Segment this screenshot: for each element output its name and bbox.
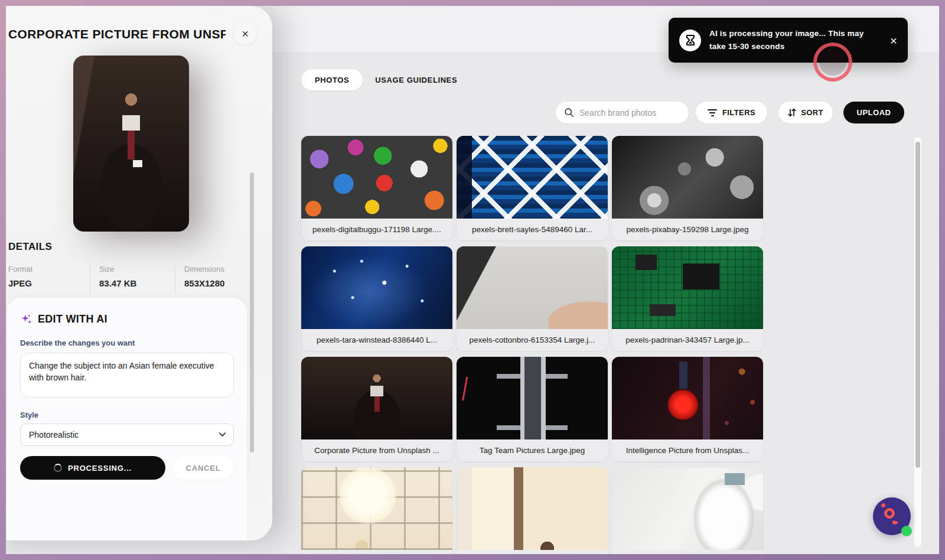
style-select[interactable]: Photorealistic [20, 424, 234, 446]
sparkles-icon [20, 313, 32, 325]
photo-filename: pexels-brett-sayles-5489460 Lar... [457, 219, 608, 240]
photo-thumbnail-colorful-gears[interactable] [301, 136, 452, 219]
app-viewport: PHOTOS USAGE GUIDELINES FILTERS SORT UPL… [6, 6, 939, 554]
search-box[interactable] [556, 102, 689, 123]
photo-thumbnail-white-robot[interactable] [612, 467, 763, 550]
photo-card[interactable]: pexels-digitalbuggu-171198 Large.... [301, 136, 452, 240]
photo-thumbnail-robot-hand[interactable] [457, 246, 608, 329]
photo-filename [457, 550, 608, 554]
photo-filename: pexels-digitalbuggu-171198 Large.... [301, 219, 452, 240]
drawer-title: CORPORATE PICTURE FROM UNSP... [8, 27, 226, 41]
upload-button[interactable]: UPLOAD [843, 102, 904, 123]
photo-card[interactable]: pexels-tara-winstead-8386440 L... [301, 246, 452, 351]
photo-grid: pexels-digitalbuggu-171198 Large.... pex… [301, 136, 763, 554]
detail-format: Format JPEG [8, 265, 32, 288]
photo-thumbnail-red-bulb[interactable] [612, 357, 763, 439]
photo-filename: pexels-padrinan-343457 Large.jp... [612, 329, 763, 351]
photo-thumbnail-blue-filter[interactable] [457, 136, 608, 219]
image-detail-drawer: CORPORATE PICTURE FROM UNSP... × DETAILS… [6, 6, 272, 541]
close-icon[interactable]: × [234, 22, 256, 45]
photo-filename: Corporate Picture from Unsplash ... [301, 439, 452, 461]
toast-close-icon[interactable]: × [890, 34, 897, 47]
sort-label: SORT [801, 108, 823, 117]
detail-value: 853X1280 [184, 278, 224, 288]
photo-thumbnail-corporate-man[interactable] [301, 357, 452, 439]
edit-with-ai-heading: EDIT WITH AI [38, 313, 107, 325]
search-input[interactable] [579, 108, 680, 118]
photo-card[interactable]: pexels-cottonbro-6153354 Large.j... [457, 246, 608, 351]
processing-button[interactable]: PROCESSING... [20, 456, 165, 480]
detail-label: Dimensions [184, 265, 224, 274]
photo-filename: pexels-cottonbro-6153354 Large.j... [457, 329, 608, 351]
sort-button[interactable]: SORT [778, 102, 833, 123]
edit-with-ai-panel: EDIT WITH AI Describe the changes you wa… [7, 298, 247, 541]
hourglass-icon [679, 30, 701, 51]
filters-button[interactable]: FILTERS [696, 102, 767, 123]
photo-thumbnail-office-window[interactable] [301, 467, 452, 550]
chat-widget-button[interactable] [873, 497, 911, 535]
toast-message: AI is processing your image... This may … [709, 27, 882, 53]
filter-lines-icon [708, 108, 717, 118]
online-status-dot [901, 526, 912, 536]
photo-thumbnail-circuit-board[interactable] [612, 246, 763, 329]
prompt-label: Describe the changes you want [20, 338, 234, 347]
tab-usage-guidelines[interactable]: USAGE GUIDELINES [363, 69, 457, 90]
photo-filename: pexels-pixabay-159298 Large.jpeg [612, 219, 763, 240]
style-label: Style [20, 411, 234, 419]
q-logo-dot [881, 503, 885, 507]
photo-thumbnail-beige-interior[interactable] [457, 467, 608, 550]
detail-label: Format [8, 265, 32, 274]
photo-filename [301, 550, 452, 554]
main-scrollbar-thumb[interactable] [915, 142, 920, 468]
photo-filename [612, 550, 763, 554]
photo-card[interactable]: Tag Team Pictures Large.jpeg [457, 357, 608, 461]
spinner-icon [54, 464, 62, 472]
photo-card[interactable]: pexels-brett-sayles-5489460 Lar... [457, 136, 608, 240]
prompt-textarea[interactable]: Change the subject into an Asian female … [20, 353, 234, 398]
photo-thumbnail-machine-gears[interactable] [612, 136, 763, 219]
photo-filename: Intelligence Picture from Unsplas... [612, 439, 763, 461]
q-speech-bubble-logo [884, 508, 895, 519]
detail-divider [90, 266, 90, 294]
drawer-scrollbar-thumb[interactable] [250, 172, 254, 452]
photo-filename: Tag Team Pictures Large.jpeg [457, 439, 608, 461]
photo-thumbnail-tag-team[interactable] [457, 357, 608, 439]
photo-card[interactable] [612, 467, 763, 554]
detail-divider [175, 266, 175, 294]
photo-card[interactable] [301, 467, 452, 554]
main-scrollbar-track[interactable] [914, 137, 921, 547]
photo-card[interactable]: pexels-padrinan-343457 Large.jp... [612, 246, 763, 351]
detail-size: Size 83.47 KB [99, 265, 136, 288]
details-heading: DETAILS [8, 241, 52, 253]
photo-card[interactable]: Corporate Picture from Unsplash ... [301, 357, 452, 461]
photo-card[interactable]: pexels-pixabay-159298 Large.jpeg [612, 136, 763, 240]
tab-photos[interactable]: PHOTOS [301, 69, 363, 90]
up-down-arrows-icon [788, 108, 796, 117]
cancel-button[interactable]: CANCEL [172, 456, 234, 480]
photo-card[interactable]: Intelligence Picture from Unsplas... [612, 357, 763, 461]
processing-label: PROCESSING... [68, 464, 132, 473]
detail-label: Size [99, 265, 136, 274]
q-logo-tail [892, 520, 898, 525]
window-frame: PHOTOS USAGE GUIDELINES FILTERS SORT UPL… [0, 0, 945, 560]
photo-filename: pexels-tara-winstead-8386440 L... [301, 329, 452, 351]
search-icon [564, 108, 574, 118]
ai-processing-toast: AI is processing your image... This may … [669, 18, 908, 63]
photo-thumbnail-network[interactable] [301, 246, 452, 329]
tab-bar: PHOTOS USAGE GUIDELINES [301, 69, 457, 90]
image-preview[interactable] [73, 56, 189, 232]
filters-label: FILTERS [722, 108, 755, 117]
photo-card[interactable] [457, 467, 608, 554]
detail-value: JPEG [8, 278, 32, 288]
detail-value: 83.47 KB [99, 278, 136, 288]
detail-dimensions: Dimensions 853X1280 [184, 265, 224, 288]
